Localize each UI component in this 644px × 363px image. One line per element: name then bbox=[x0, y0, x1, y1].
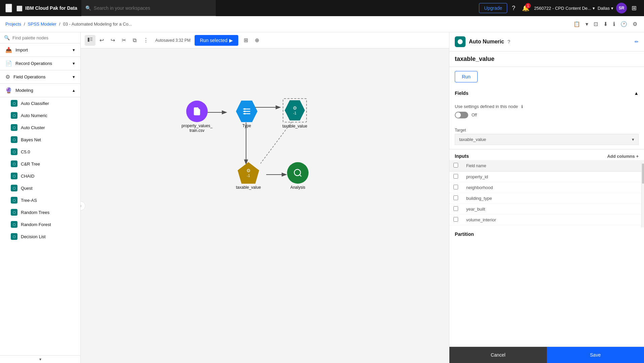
search-bar[interactable]: 🔍 bbox=[81, 0, 216, 16]
cancel-button[interactable]: Cancel bbox=[449, 347, 547, 363]
breadcrumb-spss[interactable]: SPSS Modeler bbox=[28, 22, 56, 27]
history-icon[interactable]: 🕐 bbox=[619, 20, 629, 29]
field-checkbox-1[interactable] bbox=[453, 185, 458, 189]
target-value: taxable_value bbox=[459, 137, 486, 142]
source-node[interactable]: property_values_train.csv bbox=[182, 101, 212, 133]
breadcrumb: Projects / SPSS Modeler / 03 - Automated… bbox=[0, 16, 644, 32]
palette-search-input[interactable] bbox=[12, 35, 76, 40]
sidebar-item-decision-list[interactable]: ⬡ Decision List bbox=[0, 230, 80, 243]
panel-edit-icon[interactable]: ✏ bbox=[635, 39, 639, 44]
sidebar-item-modeling[interactable]: 🔮 Modeling ▴ bbox=[0, 84, 80, 97]
add-node-button[interactable]: ⊕ bbox=[252, 35, 262, 45]
svg-rect-0 bbox=[88, 38, 89, 42]
quest-label: Quest bbox=[21, 186, 33, 191]
sidebar-item-record-operations[interactable]: 📄 Record Operations ▾ bbox=[0, 57, 80, 70]
sidebar-item-auto-numeric[interactable]: ⬡ Auto Numeric bbox=[0, 109, 80, 121]
decision-list-node-icon: ⬡ bbox=[11, 233, 17, 240]
canvas-toolbar: ↩ ↪ ✂ ⧉ ⋮ Autosaved 3:32 PM Run selected… bbox=[81, 32, 449, 48]
sidebar-item-quest[interactable]: ⬡ Quest bbox=[0, 182, 80, 194]
sidebar-item-tree-as[interactable]: ⬡ Tree-AS bbox=[0, 194, 80, 206]
field-name-cell-4: volume_interior bbox=[462, 215, 644, 225]
target-dropdown-chevron-icon: ▾ bbox=[632, 137, 634, 142]
run-selected-button[interactable]: Run selected ▶ bbox=[195, 35, 239, 46]
settings-icon[interactable]: ⚙ bbox=[631, 20, 639, 29]
upgrade-button[interactable]: Upgrade bbox=[479, 3, 507, 13]
field-checkbox-0[interactable] bbox=[453, 174, 458, 179]
taxable-model-node[interactable]: ⚙ -1 taxable_value bbox=[282, 98, 307, 129]
hamburger-menu[interactable]: ☰ bbox=[5, 4, 12, 12]
sidebar-item-import[interactable]: 📥 Import ▾ bbox=[0, 43, 80, 57]
project-icon[interactable]: 📋 bbox=[572, 20, 581, 29]
field-checkbox-2[interactable] bbox=[453, 195, 458, 200]
type-node[interactable]: Type bbox=[236, 101, 257, 128]
breadcrumb-chevron-icon[interactable]: ▾ bbox=[584, 20, 590, 29]
source-node-shape bbox=[186, 101, 208, 122]
field-name-header: Field name bbox=[462, 160, 644, 172]
canvas-svg bbox=[81, 48, 449, 363]
avatar[interactable]: SR bbox=[616, 3, 627, 13]
sidebar-scroll[interactable]: 📥 Import ▾ 📄 Record Operations ▾ ⚙ Field… bbox=[0, 43, 80, 355]
svg-point-12 bbox=[244, 111, 246, 112]
panel-header: Auto Numeric ? ✏ bbox=[449, 32, 644, 51]
sidebar-item-bayes-net[interactable]: ⬡ Bayes Net bbox=[0, 134, 80, 146]
sidebar-item-cr-tree[interactable]: ⬡ C&R Tree bbox=[0, 158, 80, 170]
target-dropdown[interactable]: taxable_value ▾ bbox=[455, 134, 639, 145]
panel-node-icon bbox=[455, 36, 466, 47]
taxable-model-label: taxable_value bbox=[282, 124, 307, 129]
field-checkbox-3[interactable] bbox=[453, 206, 458, 211]
table-view-button[interactable]: ⊞ bbox=[241, 35, 251, 45]
sidebar-item-auto-classifier[interactable]: ⬡ Auto Classifier bbox=[0, 97, 80, 109]
random-forest-node-icon: ⬡ bbox=[11, 221, 17, 228]
target-label: Target bbox=[455, 128, 639, 133]
save-button[interactable]: Save bbox=[547, 347, 644, 363]
taxable-node[interactable]: ⚙ -1 taxable_value bbox=[236, 162, 261, 190]
panel-help-icon[interactable]: ? bbox=[508, 39, 510, 44]
app-title: IBM Cloud Pak for Data bbox=[25, 5, 77, 11]
breadcrumb-actions: 📋 ▾ ⊡ ⬇ ℹ 🕐 ⚙ bbox=[572, 20, 639, 29]
fields-section-header[interactable]: Fields ▲ bbox=[449, 86, 644, 100]
sidebar-item-auto-cluster[interactable]: ⬡ Auto Cluster bbox=[0, 121, 80, 134]
inputs-header: Inputs Add columns + bbox=[449, 149, 644, 160]
canvas-content: property_values_train.csv Type ⚙ -1 bbox=[81, 48, 449, 363]
help-button[interactable]: ? bbox=[510, 3, 517, 14]
svg-rect-3 bbox=[90, 40, 92, 41]
inputs-scrollbar-track[interactable] bbox=[641, 163, 644, 227]
sidebar-scroll-down-icon[interactable]: ▾ bbox=[39, 357, 41, 362]
select-all-checkbox[interactable] bbox=[453, 163, 458, 168]
breadcrumb-projects[interactable]: Projects bbox=[5, 22, 21, 27]
download-icon[interactable]: ⬇ bbox=[602, 20, 609, 29]
sidebar-search[interactable]: 🔍 bbox=[0, 32, 80, 43]
fullscreen-icon[interactable]: ⊡ bbox=[592, 20, 599, 29]
panel-run-button[interactable]: Run bbox=[455, 71, 478, 82]
workspace-selector[interactable]: 2560722 - CPD Content De... ▾ bbox=[534, 6, 595, 11]
add-columns-button[interactable]: Add columns + bbox=[607, 154, 639, 159]
region-selector[interactable]: Dallas ▾ bbox=[598, 6, 613, 11]
sidebar-item-chaid[interactable]: ⬡ CHAID bbox=[0, 170, 80, 182]
grid-icon[interactable]: ⊞ bbox=[630, 2, 639, 14]
auto-cluster-node-icon: ⬡ bbox=[11, 124, 17, 131]
copy-button[interactable]: ⧉ bbox=[130, 35, 139, 45]
inputs-table-container[interactable]: Field name property_id neighborhood buil… bbox=[449, 160, 644, 227]
redo-button[interactable]: ↪ bbox=[108, 35, 118, 45]
info-icon[interactable]: ℹ bbox=[521, 104, 523, 109]
sidebar-item-random-forest[interactable]: ⬡ Random Forest bbox=[0, 218, 80, 230]
canvas-area: ↩ ↪ ✂ ⧉ ⋮ Autosaved 3:32 PM Run selected… bbox=[81, 32, 449, 363]
undo-button[interactable]: ↩ bbox=[97, 35, 107, 45]
sidebar-item-field-operations[interactable]: ⚙ Field Operations ▾ bbox=[0, 70, 80, 84]
cr-tree-label: C&R Tree bbox=[21, 161, 40, 167]
palette-toggle-button[interactable] bbox=[85, 35, 95, 46]
search-input[interactable] bbox=[94, 5, 212, 11]
info-icon[interactable]: ℹ bbox=[612, 20, 616, 29]
notifications-button[interactable]: 🔔 1 bbox=[520, 2, 531, 14]
panel-collapse-button[interactable]: ‹ bbox=[81, 201, 85, 211]
analysis-node-label: Analysis bbox=[290, 185, 306, 190]
sidebar: 🔍 📥 Import ▾ 📄 Record Operations ▾ bbox=[0, 32, 81, 363]
cut-button[interactable]: ✂ bbox=[119, 35, 129, 45]
field-checkbox-4[interactable] bbox=[453, 217, 458, 222]
sidebar-item-c50[interactable]: ⬡ C5.0 bbox=[0, 146, 80, 158]
record-operations-label: Record Operations bbox=[15, 61, 52, 66]
analysis-node[interactable]: Analysis bbox=[287, 162, 309, 190]
use-settings-toggle[interactable] bbox=[455, 112, 468, 118]
more-options-button[interactable]: ⋮ bbox=[140, 35, 151, 45]
sidebar-item-random-trees[interactable]: ⬡ Random Trees bbox=[0, 206, 80, 218]
